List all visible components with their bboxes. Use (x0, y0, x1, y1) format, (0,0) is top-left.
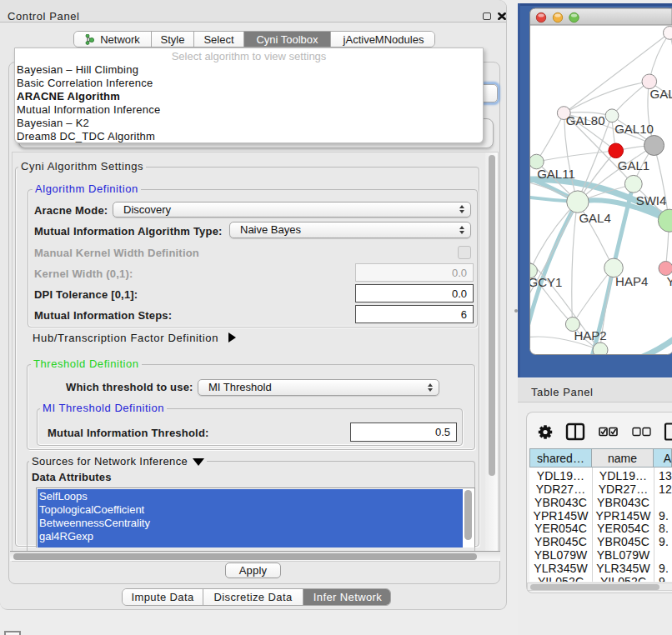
svg-text:GAL10: GAL10 (614, 122, 654, 136)
svg-text:SWI4: SWI4 (636, 193, 667, 208)
svg-text:GAL1: GAL1 (618, 158, 649, 172)
svg-text:HAP2: HAP2 (574, 328, 606, 342)
svg-text:GAL4: GAL4 (579, 211, 610, 225)
svg-text:GAL2: GAL2 (650, 87, 672, 101)
svg-text:HAP4: HAP4 (615, 274, 648, 288)
svg-text:YBR: YBR (666, 274, 672, 288)
svg-text:GAL80: GAL80 (566, 113, 605, 128)
svg-text:GAL11: GAL11 (537, 167, 575, 181)
svg-text:GCY1: GCY1 (529, 275, 563, 289)
